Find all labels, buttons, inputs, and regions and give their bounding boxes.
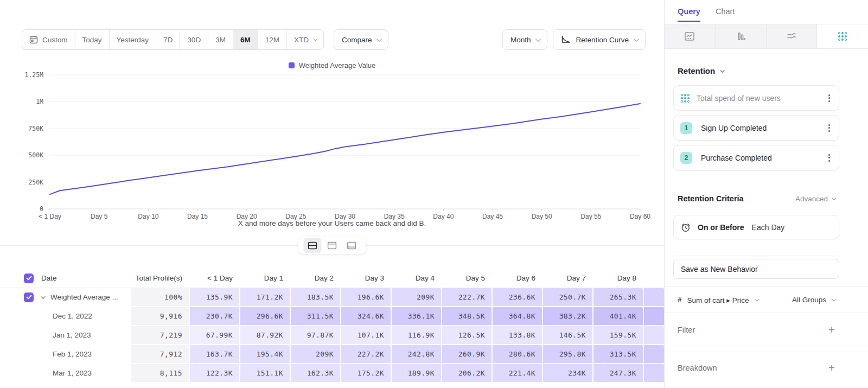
retention-value-cell: 296.6K <box>239 307 290 326</box>
series-line <box>50 104 640 194</box>
y-tick-label: 250K <box>28 179 43 186</box>
retention-dots-icon <box>838 31 847 41</box>
view-toggle-split-rows-icon[interactable] <box>304 238 322 253</box>
criteria-card[interactable]: On or Before Each Day <box>673 215 839 239</box>
table-row[interactable]: Dec 1, 20229,916230.7K296.6K311.5K324.6K… <box>0 307 664 326</box>
main-panel: CustomTodayYesterday7D30D3M6M12MXTD Comp… <box>0 0 664 388</box>
expand-chevron-icon[interactable] <box>41 294 45 298</box>
column-header: Day 7 <box>542 274 592 282</box>
view-toggle-panel-bottom-icon[interactable] <box>343 238 361 253</box>
retention-value-cell: 311.5K <box>290 307 340 326</box>
sidebar-tabs: Query Chart <box>678 0 735 22</box>
column-header: Day 6 <box>492 274 542 282</box>
chevron-down-icon <box>832 195 836 200</box>
tab-chart[interactable]: Chart <box>716 0 735 22</box>
chart-type-dropdown[interactable]: Retention Curve <box>553 29 646 50</box>
checkbox[interactable] <box>24 292 34 302</box>
chevron-down-icon <box>832 297 836 301</box>
date-cell: Dec 1, 2022 <box>0 307 130 326</box>
retention-value-cell: 107.1K <box>340 326 391 345</box>
report-type-dropdown[interactable]: Retention <box>678 66 723 75</box>
save-as-new-behavior-button[interactable]: Save as New Behavior <box>673 259 839 279</box>
retention-value-cell: 230.7K <box>189 307 239 326</box>
range-button-today[interactable]: Today <box>75 30 110 49</box>
measure-property-dropdown[interactable]: Sum of cart ▸ Price <box>687 296 749 304</box>
kebab-menu-icon[interactable] <box>826 122 832 135</box>
view-toggle-panel-top-icon[interactable] <box>323 238 341 253</box>
tab-retention-icon[interactable] <box>817 24 868 48</box>
retention-value-cell: 175.2K <box>340 364 391 383</box>
checkbox[interactable] <box>24 273 34 283</box>
range-button-yesterday[interactable]: Yesterday <box>110 30 157 49</box>
y-tick-label: 1.25M <box>24 71 43 79</box>
range-button-3m[interactable]: 3M <box>208 30 233 49</box>
column-header: Day 1 <box>239 274 290 282</box>
add-filter-button[interactable]: + <box>828 325 835 335</box>
divider <box>665 313 868 313</box>
retention-value-cell-partial <box>643 345 664 364</box>
criteria-condition: On or Before <box>698 223 744 232</box>
retention-value-cell: 313.5K <box>592 345 643 364</box>
chart-caption: X and more days before your Users came b… <box>0 219 664 227</box>
chart-toolbar: CustomTodayYesterday7D30D3M6M12MXTD Comp… <box>22 29 646 50</box>
retention-value-cell: 295.8K <box>542 345 592 364</box>
retention-value-cell: 250.7K <box>542 288 592 307</box>
kebab-menu-icon[interactable] <box>826 92 832 105</box>
range-button-6m[interactable]: 6M <box>233 30 258 49</box>
retention-value-cell: 234K <box>542 364 592 383</box>
retention-value-cell: 247.3K <box>592 364 643 383</box>
range-button-12m[interactable]: 12M <box>258 30 287 49</box>
chevron-down-icon <box>720 68 724 72</box>
retention-value-cell: 159.5K <box>592 326 643 345</box>
legend-label: Weighted Average Value <box>299 61 376 69</box>
compare-label: Compare <box>342 36 372 44</box>
column-header-date: Date <box>0 273 130 283</box>
retention-value-cell: 189.9K <box>391 364 441 383</box>
groups-dropdown[interactable]: All Groups <box>792 296 826 304</box>
criteria-mode-label: Advanced <box>795 195 828 203</box>
retention-value-cell: 195.4K <box>239 345 290 364</box>
chevron-down-icon <box>634 36 639 42</box>
retention-value-cell-partial <box>643 288 664 307</box>
retention-value-cell: 151.1K <box>239 364 290 383</box>
retention-value-cell: 171.2K <box>239 288 290 307</box>
column-header: Total Profile(s) <box>130 274 189 282</box>
step-card-2[interactable]: 2 Purchase Completed <box>673 145 839 170</box>
add-breakdown-button[interactable]: + <box>828 362 835 373</box>
tab-insights-icon[interactable] <box>665 24 716 48</box>
report-type-label: Retention <box>678 66 715 75</box>
compare-button[interactable]: Compare <box>334 29 389 50</box>
table-row[interactable]: Mar 1, 20238,115122.3K151.1K162.3K175.2K… <box>0 364 664 383</box>
retention-value-cell: 260.9K <box>441 345 492 364</box>
divider <box>665 352 868 352</box>
tab-flows-icon[interactable] <box>767 24 818 48</box>
kebab-menu-icon[interactable] <box>826 151 832 164</box>
table-row[interactable]: Jan 1, 20237,21967.99K87.92K97.87K107.1K… <box>0 326 664 345</box>
tab-funnels-icon[interactable] <box>716 24 767 48</box>
behavior-card[interactable]: Total spend of new users <box>673 85 839 111</box>
granularity-dropdown[interactable]: Month <box>502 29 548 50</box>
table-row[interactable]: Weighted Average ...100%135.9K171.2K183.… <box>0 288 664 307</box>
y-tick-label: 750K <box>28 125 43 132</box>
chart-type-label: Retention Curve <box>576 36 629 44</box>
column-header: Day 2 <box>290 274 340 282</box>
retention-value-cell-partial <box>643 307 664 326</box>
column-header: Day 4 <box>391 274 441 282</box>
table-row[interactable]: Feb 1, 20237,912163.7K195.4K209K227.2K24… <box>0 345 664 364</box>
criteria-mode-dropdown[interactable]: Advanced <box>795 195 835 203</box>
granularity-label: Month <box>510 36 531 44</box>
range-button-xtd[interactable]: XTD <box>287 30 323 49</box>
chevron-down-icon <box>755 297 759 301</box>
retention-value-cell: 183.5K <box>290 288 340 307</box>
retention-value-cell: 87.92K <box>239 326 290 345</box>
chevron-down-icon <box>376 36 382 42</box>
range-button-7d[interactable]: 7D <box>156 30 180 49</box>
criteria-period[interactable]: Each Day <box>752 223 785 232</box>
total-profiles-cell: 9,916 <box>130 307 189 326</box>
range-button-custom[interactable]: Custom <box>22 30 75 49</box>
retention-value-cell: 116.9K <box>391 326 441 345</box>
retention-value-cell: 227.2K <box>340 345 391 364</box>
tab-query[interactable]: Query <box>678 0 700 22</box>
range-button-30d[interactable]: 30D <box>180 30 208 49</box>
step-card-1[interactable]: 1 Sign Up Completed <box>673 115 839 141</box>
